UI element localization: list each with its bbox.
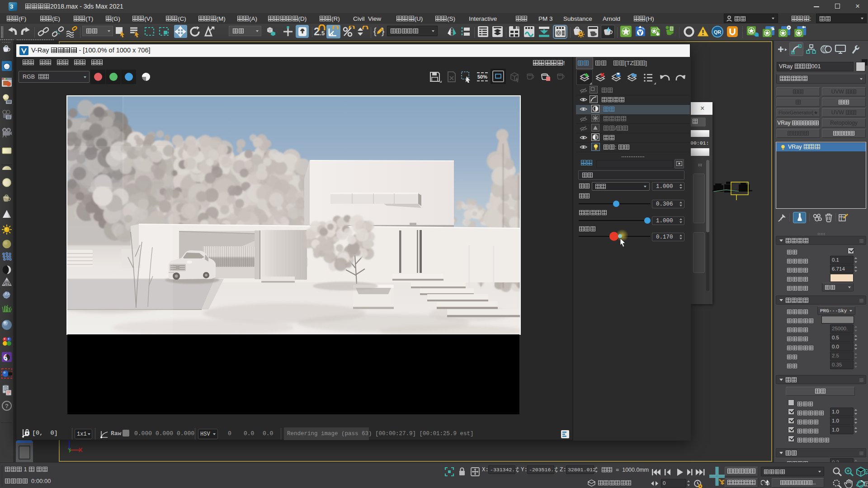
- svg-text:QR: QR: [714, 29, 722, 35]
- svg-text:?: ?: [5, 403, 9, 409]
